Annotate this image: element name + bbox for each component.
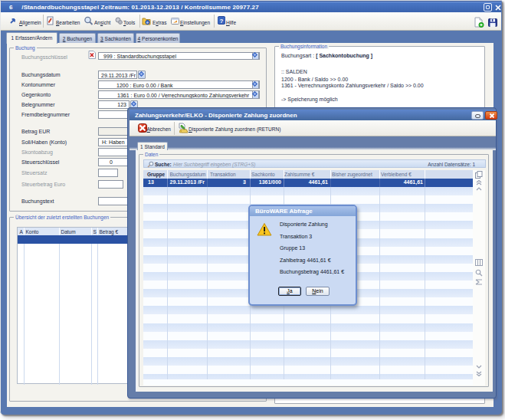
svg-text:e: e — [146, 20, 149, 25]
svg-text:?: ? — [220, 18, 224, 25]
